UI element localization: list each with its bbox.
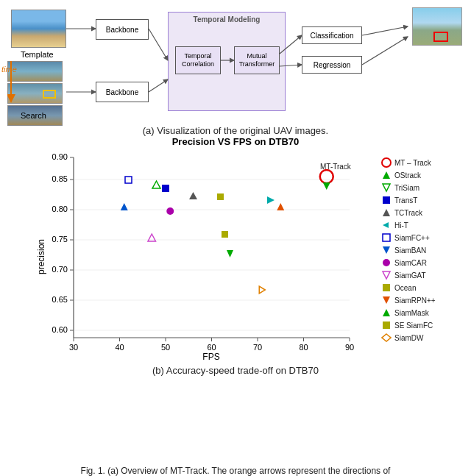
svg-text:30: 30 (69, 343, 78, 352)
siamdw-icon (381, 333, 392, 343)
legend-siamgat: SiamGAT (381, 270, 456, 280)
search-label: Search (21, 111, 46, 120)
svg-text:70: 70 (253, 343, 262, 352)
svg-marker-78 (382, 334, 391, 341)
tctrack-icon (381, 207, 392, 218)
svg-marker-51 (152, 181, 160, 188)
svg-marker-68 (383, 209, 390, 216)
svg-text:0.65: 0.65 (52, 295, 68, 304)
page: Template Search time Backbone Backbone (0, 0, 471, 476)
svg-rect-52 (162, 185, 169, 192)
legend-tctrack: TCTrack (381, 207, 456, 218)
svg-marker-60 (277, 203, 284, 210)
svg-marker-54 (267, 196, 275, 204)
classification-box: Classification (302, 26, 362, 44)
legend-siamfcpp: SiamFC++ (381, 232, 456, 243)
drone-image (412, 7, 462, 46)
siamcar-icon (381, 257, 392, 268)
svg-marker-58 (148, 234, 156, 241)
svg-marker-50 (323, 182, 330, 190)
svg-text:0.60: 0.60 (52, 325, 68, 334)
siamban-icon (381, 245, 392, 255)
svg-marker-65 (383, 171, 390, 179)
siamfcpp-icon (381, 232, 392, 243)
svg-point-48 (320, 170, 333, 183)
legend-siammask: SiamMask (381, 308, 456, 318)
svg-rect-67 (383, 196, 390, 204)
svg-marker-63 (259, 286, 265, 294)
time-label: time (1, 65, 17, 74)
siamrpnpp-icon (381, 295, 392, 305)
svg-text:40: 40 (115, 343, 124, 352)
svg-marker-66 (383, 184, 390, 191)
svg-point-57 (166, 207, 174, 215)
svg-rect-55 (125, 177, 132, 183)
svg-marker-71 (383, 246, 390, 254)
chart-section: Precision VS FPS on DTB70 0.60 (0, 136, 471, 464)
chart-legend: MT – Track OStrack TriSiam TransT TCTrac… (375, 150, 456, 363)
legend-transt: TransT (381, 195, 456, 205)
svg-line-1 (149, 29, 168, 60)
svg-marker-69 (383, 222, 389, 228)
legend-sesiamfc: SE SiamFC (381, 320, 456, 330)
legend-siamcar: SiamCAR (381, 257, 456, 268)
legend-mt-track: MT – Track (381, 157, 456, 168)
chart-title: Precision VS FPS on DTB70 (15, 136, 456, 147)
caption-a: (a) Visualization of the original UAV im… (7, 125, 464, 136)
transt-icon (381, 195, 392, 205)
svg-text:90: 90 (345, 343, 354, 352)
svg-marker-61 (227, 250, 233, 257)
svg-text:50: 50 (161, 343, 170, 352)
legend-siamban: SiamBAN (381, 245, 456, 255)
svg-text:MT-Track: MT-Track (320, 163, 352, 171)
backbone-bot-box: Backbone (96, 82, 149, 102)
svg-line-8 (362, 37, 408, 65)
sesiamfc-icon (381, 320, 392, 330)
svg-marker-75 (383, 296, 390, 304)
svg-point-64 (382, 158, 391, 167)
legend-ocean: Ocean (381, 283, 456, 293)
chart-area: 0.60 0.65 0.70 0.75 0.80 (15, 150, 375, 363)
backbone-top-box: Backbone (96, 19, 149, 40)
svg-text:80: 80 (299, 343, 308, 352)
svg-text:precision: precision (36, 239, 46, 274)
svg-marker-56 (121, 203, 128, 210)
svg-marker-53 (189, 192, 197, 199)
template-label: Template (21, 50, 54, 59)
svg-rect-77 (383, 322, 390, 329)
regression-box: Regression (302, 56, 362, 74)
legend-siamrpnpp: SiamRPN++ (381, 295, 456, 305)
ocean-icon (381, 283, 392, 293)
svg-text:0.80: 0.80 (52, 205, 68, 213)
svg-text:FPS: FPS (202, 352, 219, 362)
diagram-section: Template Search time Backbone Backbone (0, 0, 471, 136)
svg-rect-59 (217, 193, 224, 200)
legend-ostrack: OStrack (381, 170, 456, 180)
temporal-corr-box: TemporalCorrelation (175, 46, 221, 74)
legend-hit: Hi-T (381, 220, 456, 230)
svg-point-72 (383, 259, 390, 266)
svg-marker-73 (383, 271, 390, 279)
hit-icon (381, 220, 392, 230)
mt-track-icon (381, 157, 392, 168)
legend-siamdw: SiamDW (381, 333, 456, 343)
svg-line-7 (362, 26, 408, 35)
svg-rect-74 (383, 284, 390, 291)
svg-rect-70 (383, 234, 390, 241)
caption-b: (b) Accuracy-speed trade-off on DTB70 (15, 365, 456, 376)
svg-text:0.90: 0.90 (52, 152, 68, 161)
template-image (11, 10, 66, 48)
trisiam-icon (381, 182, 392, 193)
siammask-icon (381, 308, 392, 318)
svg-text:0.75: 0.75 (52, 235, 68, 244)
siamgat-icon (381, 270, 392, 280)
mutual-trans-box: MutualTransformer (234, 46, 280, 74)
temporal-modeling-label: Temporal Modeling (169, 13, 285, 24)
svg-text:0.70: 0.70 (52, 265, 68, 274)
svg-text:60: 60 (207, 343, 216, 352)
ostrack-icon (381, 170, 392, 180)
svg-marker-76 (383, 309, 390, 316)
svg-line-3 (149, 79, 168, 92)
svg-text:0.85: 0.85 (52, 174, 68, 183)
svg-rect-62 (222, 231, 228, 238)
